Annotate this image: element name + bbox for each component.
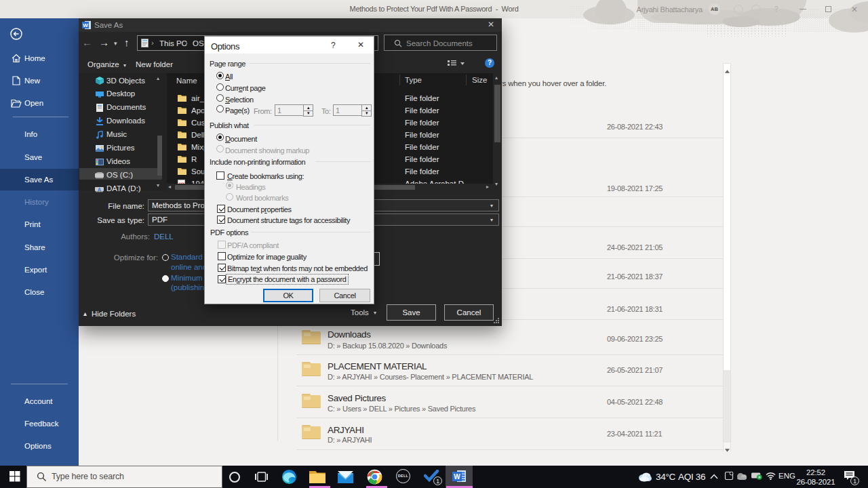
svg-text:A: A [98, 187, 101, 192]
svg-text:W: W [83, 22, 88, 28]
svg-text:W: W [454, 473, 460, 481]
